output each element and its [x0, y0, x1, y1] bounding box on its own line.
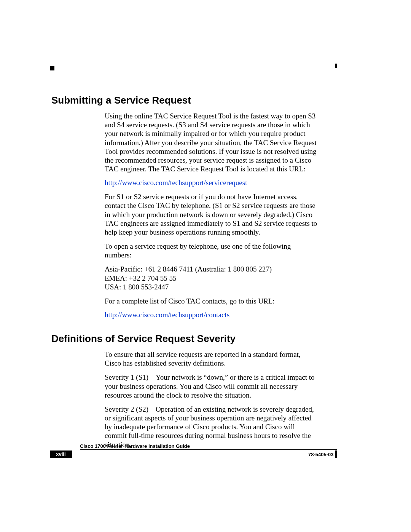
body-text: To open a service request by telephone, …: [105, 242, 318, 259]
header-rule: [57, 68, 337, 68]
phone-numbers: Asia-Pacific: +61 2 8446 7411 (Australia…: [105, 265, 318, 291]
section2: Definitions of Service Request Severity …: [51, 333, 333, 449]
page: Submitting a Service Request Using the o…: [0, 0, 411, 532]
header-square-icon: [50, 66, 54, 70]
body-text: Using the online TAC Service Request Too…: [105, 112, 318, 173]
phone-emea: EMEA: +32 2 704 55 55: [105, 274, 318, 283]
heading-definitions: Definitions of Service Request Severity: [51, 333, 333, 345]
phone-usa: USA: 1 800 553-2447: [105, 283, 318, 291]
link-contacts[interactable]: http://www.cisco.com/techsupport/contact…: [105, 311, 318, 319]
footer-rule: [80, 449, 337, 450]
phone-asiapacific: Asia-Pacific: +61 2 8446 7411 (Australia…: [105, 265, 318, 273]
footer-tick-icon: [335, 451, 337, 458]
heading-submitting: Submitting a Service Request: [51, 94, 333, 106]
section1-body: Using the online TAC Service Request Too…: [105, 112, 318, 319]
body-text: To ensure that all service requests are …: [105, 350, 318, 367]
content-area: Submitting a Service Request Using the o…: [51, 94, 333, 454]
doc-number: 78-5405-03: [308, 452, 334, 457]
body-text: Severity 1 (S1)—Your network is “down,” …: [105, 373, 318, 399]
section2-body: To ensure that all service requests are …: [105, 350, 318, 449]
page-number: xviii: [50, 451, 72, 458]
body-text: For a complete list of Cisco TAC contact…: [105, 297, 318, 305]
footer-doc-title: Cisco 1700 Router Hardware Installation …: [80, 443, 190, 449]
body-text: Severity 2 (S2)—Operation of an existing…: [105, 405, 318, 449]
body-text: For S1 or S2 service requests or if you …: [105, 192, 318, 236]
link-servicerequest[interactable]: http://www.cisco.com/techsupport/service…: [105, 179, 318, 187]
header-tick-icon: [335, 64, 337, 68]
